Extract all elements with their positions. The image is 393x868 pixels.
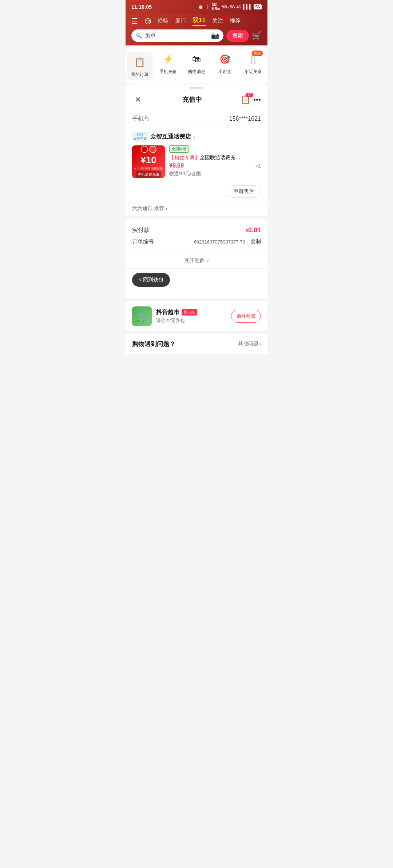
recommend-row[interactable]: 六六通讯 推荐 › [126,202,267,219]
hourly-icon: 🎯 [218,52,232,67]
menu-item-hourly[interactable]: 🎯 小时达 [212,52,238,80]
merchant-arrow-icon: › [193,134,195,140]
food-discount-badge: 优惠 [252,51,263,56]
nav-tabs: ☰ ㉠ 经验 厦门 双11 关注 推荐 [131,16,262,26]
alarm-icon: ⏰ [198,4,203,9]
menu-item-orders[interactable]: 📋 我的订单 [127,52,153,80]
phone-row: 手机号 156****1621 [126,110,267,128]
cart-icon[interactable]: 🛒 [252,31,262,40]
bottom-actions: < 回到钱包 [126,268,267,291]
product-price: ¥9.69 [169,162,184,169]
order-num-divider: | [247,239,249,245]
promo-app-name: 抖音超市 [156,309,179,316]
nav-tab-experience[interactable]: 经验 [158,17,168,24]
payment-label: 实付款 [132,226,150,234]
location-icon: 📍 [205,4,210,9]
recommend-arrow-icon: › [166,206,167,212]
help-link[interactable]: 其他问题 › [238,341,261,347]
search-bar: 🔍 免单 📷 搜索 🛒 [131,29,262,42]
app-header: ☰ ㉠ 经验 厦门 双11 关注 推荐 🔍 免单 📷 搜索 🛒 [126,14,267,45]
camera-icon[interactable]: 📷 [211,32,219,40]
food-label: 附近美食 [245,69,262,75]
product-title-tag: 【 [169,154,174,160]
nav-tab-recommend[interactable]: 推荐 [230,17,241,24]
quick-menu: 📋 我的订单 ⚡ 手机充值 🛍 购物消息 🎯 小时达 🍴 优惠 附近美食 [126,47,267,83]
merchant-name-row[interactable]: 武汉 众智互通 众智互通话费店 › [132,132,261,142]
nav-tab-xiamen[interactable]: 厦门 [175,17,186,24]
drag-handle[interactable] [126,84,267,90]
product-title: 【粉丝专属】全国联通话费充… [169,154,261,161]
phone-label: 手机号 [132,115,150,122]
order-icon-wrap[interactable]: 📋 10 [241,95,250,104]
sheet-actions: 📋 10 ••• [241,95,261,104]
app-logo: ㉠ [144,17,151,25]
promo-subtitle: 送你22元券包 [156,317,227,324]
merchant-section: 武汉 众智互通 众智互通话费店 › ¥10 0-3小时到账 急用勿拍 手机话费 [126,128,267,202]
hamburger-icon[interactable]: ☰ [131,17,138,25]
network-4g: 4G [237,5,241,9]
network-5g: 5G [230,5,235,9]
food-icon-wrap: 🍴 优惠 [246,52,261,67]
help-section: 购物遇到问题？ 其他问题 › [126,334,267,354]
sim-icon: MD₂ [222,5,229,9]
recommend-label: 推荐 [154,205,164,212]
product-image-inner: ¥10 0-3小时到账 急用勿拍 手机话费充值 [132,145,165,178]
promo-banner: 🛒 抖音超市 新人礼 送你22元券包 前往领取 [126,301,267,331]
hourly-label: 小时达 [218,69,231,75]
product-card: ¥10 0-3小时到账 急用勿拍 手机话费充值 全国联通 【粉丝专属】全国联通话… [132,145,261,182]
nav-tab-follow[interactable]: 关注 [212,17,223,24]
recharge-label: 手机充值 [159,69,177,75]
drag-handle-bar [190,87,203,89]
product-price-row: ¥9.69 x1 [169,162,261,169]
search-input-wrap[interactable]: 🔍 免单 📷 [131,29,223,42]
expand-more-label: 展开更多 [184,257,205,264]
product-image: ¥10 0-3小时到账 急用勿拍 手机话费充值 [132,145,165,178]
follow-notification-dot [222,16,225,19]
more-options-icon[interactable]: ••• [253,96,261,104]
promo-icon: 🛒 [132,306,152,326]
product-info: 全国联通 【粉丝专属】全国联通话费充… ¥9.69 x1 联通/10元/全国 [169,145,261,178]
unicom-circle-right [149,146,156,153]
product-title-rest: 全国联通话费充… [200,154,241,160]
recommend-text: 六六通讯 推荐 › [132,205,261,212]
status-time: 11:16:05 [131,4,152,10]
payment-section: 实付款 ¥0.01 订单编号 69231607075937377 70 | 复制 [126,219,267,253]
close-button[interactable]: ✕ [132,94,144,105]
menu-item-recharge[interactable]: ⚡ 手机充值 [155,52,181,80]
order-num-label: 订单编号 [132,238,154,245]
status-bar: 11:16:05 ⏰ 📍 361KB/s MD₂ 5G 4G ▌▌▌ 56 [126,0,267,14]
product-qty: x1 [255,163,261,169]
nav-tab-double11[interactable]: 双11 [192,16,206,26]
product-subtitle: 联通/10元/全国 [169,170,261,177]
merchant-logo-line2: 众智互通 [134,137,147,141]
orders-label: 我的订单 [131,72,148,78]
merchant-name: 众智互通话费店 [150,133,191,141]
search-button[interactable]: 搜索 [226,30,249,42]
recharge-label: 手机话费充值 [136,171,161,178]
promo-tag: 新人礼 [182,309,197,316]
order-num-text: 69231607075937377 70 [194,239,245,245]
search-query: 免单 [145,32,208,39]
menu-item-shopping-msg[interactable]: 🛍 购物消息 [183,52,210,80]
recommend-merchant: 六六通讯 [132,205,152,212]
shopping-msg-icon: 🛍 [189,52,204,67]
expand-more-row[interactable]: 展开更多 ∨ [126,253,267,268]
search-icon: 🔍 [136,33,142,39]
phone-value: 156****1621 [229,116,261,122]
promo-goto-button[interactable]: 前往领取 [231,310,261,323]
expand-chevron-icon: ∨ [206,258,209,263]
help-link-text: 其他问题 [238,341,258,347]
copy-button[interactable]: 复制 [251,238,261,245]
back-wallet-button[interactable]: < 回到钱包 [132,273,170,287]
payment-amount: ¥0.01 [246,226,261,234]
help-link-arrow-icon: › [259,341,261,347]
recharge-icon: ⚡ [161,52,175,67]
payment-currency: ¥ [246,228,248,233]
product-price-symbol: ¥ [140,154,146,165]
unicom-circle-left [141,146,148,153]
aftersale-button[interactable]: 申请售后 [227,185,261,198]
menu-item-nearby-food[interactable]: 🍴 优惠 附近美食 [240,52,266,80]
battery-level: 56 [254,4,262,9]
order-detail-sheet: ✕ 充值中 📋 10 ••• 手机号 156****1621 武汉 众智互通 众… [126,84,267,298]
promo-content: 抖音超市 新人礼 送你22元券包 [156,309,227,324]
